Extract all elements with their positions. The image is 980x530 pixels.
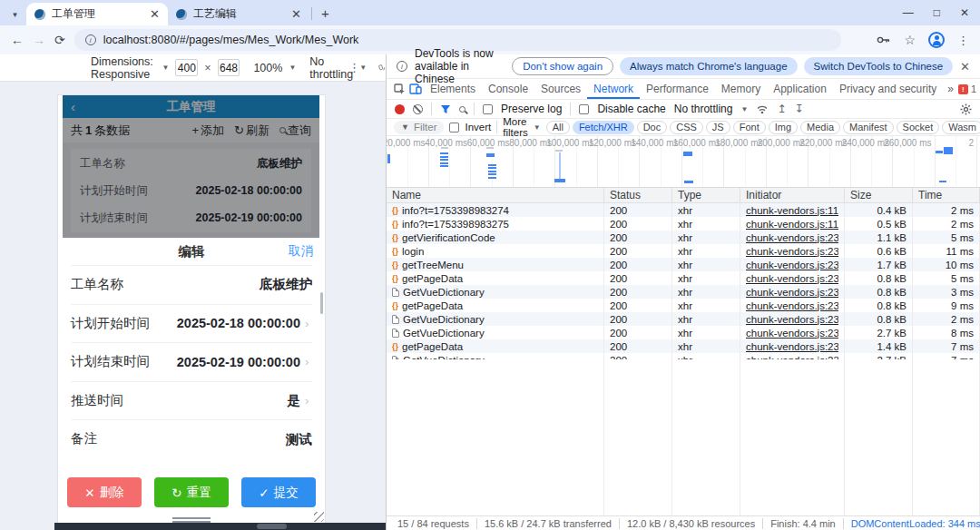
more-tabs-icon[interactable]: »	[943, 83, 958, 95]
rotate-device-icon[interactable]	[378, 62, 386, 74]
preserve-log-checkbox[interactable]	[483, 104, 493, 114]
site-info-icon[interactable]: i	[85, 34, 96, 45]
request-initiator-link[interactable]: chunk-vendors.js:23954	[746, 273, 838, 284]
delete-button[interactable]: ✕删除	[67, 477, 142, 507]
minimize-button[interactable]: —	[903, 6, 914, 19]
viewport-height-input[interactable]: 648	[218, 59, 240, 76]
network-overview-timeline[interactable]: 20,000 ms40,000 ms60,000 ms80,000 ms100,…	[387, 136, 980, 188]
column-header-type[interactable]: Type	[672, 188, 740, 202]
infobar-action-switch-devtools-to-chinese[interactable]: Switch DevTools to Chinese	[804, 57, 954, 75]
devtools-tab-application[interactable]: Application	[767, 79, 833, 99]
network-request-row[interactable]: GetVueDictionary200xhrchunk-vendors.js:2…	[387, 353, 980, 359]
request-initiator-link[interactable]: chunk-vendors.js:11858	[746, 219, 838, 230]
filter-pill-media[interactable]: Media	[800, 121, 840, 134]
network-settings-gear-icon[interactable]	[960, 103, 972, 115]
network-request-row[interactable]: {}info?t=1753398983274200xhrchunk-vendor…	[387, 203, 980, 217]
dimensions-select[interactable]: Dimensions: Responsive	[91, 55, 155, 81]
request-initiator-link[interactable]: chunk-vendors.js:23954	[746, 246, 838, 257]
refresh-button[interactable]: ↻刷新	[234, 123, 270, 139]
network-request-row[interactable]: GetVueDictionary200xhrchunk-vendors.js:2…	[387, 285, 980, 299]
tab-close-icon[interactable]: ✕	[291, 7, 301, 21]
device-toolbar-toggle-icon[interactable]	[407, 83, 424, 94]
network-conditions-icon[interactable]	[756, 104, 769, 114]
viewport-width-input[interactable]: 400	[175, 59, 198, 76]
network-request-row[interactable]: {}getPageData200xhrchunk-vendors.js:2395…	[387, 339, 980, 353]
request-initiator-link[interactable]: chunk-vendors.js:23954	[746, 260, 838, 270]
network-request-row[interactable]: {}getTreeMenu200xhrchunk-vendors.js:2395…	[387, 258, 980, 271]
filter-pill-wasm[interactable]: Wasm	[942, 121, 980, 134]
network-request-row[interactable]: {}getPageData200xhrchunk-vendors.js:2395…	[387, 299, 980, 312]
forward-icon[interactable]: →	[33, 33, 45, 47]
filter-pill-manifest[interactable]: Manifest	[843, 121, 894, 134]
network-throttling-select[interactable]: No throttling	[674, 103, 733, 115]
device-toolbar-menu-icon[interactable]: ⋮	[348, 61, 360, 74]
devtools-tab-performance[interactable]: Performance	[640, 79, 715, 99]
filter-toggle-icon[interactable]	[440, 104, 451, 114]
request-initiator-link[interactable]: chunk-vendors.js:23954	[746, 341, 838, 352]
zoom-select[interactable]: 100%	[253, 62, 282, 74]
browser-tab-inactive[interactable]: 工艺编辑 ✕	[168, 3, 309, 25]
network-request-row[interactable]: {}getVierificationCode200xhrchunk-vendor…	[387, 231, 980, 244]
filter-pill-css[interactable]: CSS	[670, 121, 703, 134]
devtools-tab-console[interactable]: Console	[482, 79, 534, 99]
reload-icon[interactable]: ⟳	[54, 33, 65, 47]
invert-checkbox[interactable]	[449, 123, 459, 132]
network-request-row[interactable]: GetVueDictionary200xhrchunk-vendors.js:2…	[387, 326, 980, 339]
import-har-icon[interactable]: ↥	[777, 103, 786, 115]
request-initiator-link[interactable]: chunk-vendors.js:23954	[746, 300, 838, 311]
inspect-element-icon[interactable]	[391, 83, 407, 95]
devtools-tab-privacy-and-security[interactable]: Privacy and security	[833, 79, 943, 99]
form-field-row[interactable]: 工单名称底板维护	[71, 265, 312, 304]
infobar-close-icon[interactable]: ✕	[960, 60, 970, 74]
infobar-action-don-t-show-again[interactable]: Don't show again	[512, 57, 613, 75]
column-header-name[interactable]: Name	[387, 188, 604, 202]
back-chevron-icon[interactable]: ‹	[71, 99, 75, 114]
reset-button[interactable]: ↻重置	[154, 477, 229, 507]
form-field-row[interactable]: 计划开始时间2025-02-18 00:00:00›	[71, 304, 312, 343]
tab-close-icon[interactable]: ✕	[150, 7, 160, 21]
devtools-tab-network[interactable]: Network	[587, 79, 640, 99]
filter-pill-js[interactable]: JS	[706, 121, 730, 134]
form-field-row[interactable]: 备注测试	[71, 419, 312, 458]
browser-tab-active[interactable]: 工单管理 ✕	[26, 3, 168, 25]
profile-avatar-icon[interactable]	[928, 32, 945, 48]
export-har-icon[interactable]: ↧	[794, 103, 803, 115]
cancel-button[interactable]: 取消	[289, 243, 313, 260]
filter-pill-font[interactable]: Font	[733, 121, 766, 134]
form-field-row[interactable]: 计划结束时间2025-02-19 00:00:00›	[71, 342, 312, 381]
window-close-button[interactable]: ✕	[960, 6, 969, 19]
more-filters-button[interactable]: More filters	[503, 116, 527, 138]
bookmark-star-icon[interactable]: ☆	[904, 33, 916, 47]
search-button[interactable]: 查询	[279, 123, 311, 139]
network-request-row[interactable]: {}login200xhrchunk-vendors.js:239540.6 k…	[387, 244, 980, 258]
request-initiator-link[interactable]: chunk-vendors.js:23954	[746, 287, 838, 298]
back-icon[interactable]: ←	[11, 33, 24, 47]
request-initiator-link[interactable]: chunk-vendors.js:23954	[746, 314, 838, 325]
maximize-button[interactable]: □	[934, 6, 940, 19]
network-request-row[interactable]: {}getPageData200xhrchunk-vendors.js:2395…	[387, 271, 980, 285]
clear-button[interactable]	[413, 104, 423, 114]
horizontal-scrollbar-thumb[interactable]	[257, 524, 287, 529]
throttling-select[interactable]: No throttling	[309, 55, 353, 81]
disable-cache-checkbox[interactable]	[579, 104, 589, 114]
submit-button[interactable]: ✓提交	[241, 477, 316, 507]
filter-pill-doc[interactable]: Doc	[637, 121, 668, 134]
infobar-action-always-match-chrome-s-language[interactable]: Always match Chrome's language	[620, 57, 798, 75]
search-icon[interactable]	[459, 106, 466, 113]
browser-menu-icon[interactable]: ⋮	[957, 34, 969, 47]
form-field-row[interactable]: 推送时间是›	[71, 381, 312, 420]
request-initiator-link[interactable]: chunk-vendors.js:23954	[746, 328, 838, 339]
filter-input[interactable]: ▼ Filter	[394, 121, 444, 134]
column-header-size[interactable]: Size	[845, 188, 913, 202]
column-header-status[interactable]: Status	[604, 188, 672, 202]
column-header-time[interactable]: Time	[913, 188, 980, 202]
password-key-icon[interactable]	[877, 35, 891, 44]
app-scrollbar[interactable]	[320, 292, 323, 314]
devtools-tab-sources[interactable]: Sources	[534, 79, 587, 99]
request-initiator-link[interactable]: chunk-vendors.js:11858	[746, 205, 838, 216]
record-button[interactable]	[395, 104, 405, 114]
filter-pill-img[interactable]: Img	[769, 121, 798, 134]
filter-pill-all[interactable]: All	[546, 121, 570, 134]
viewport-resize-grip[interactable]	[314, 512, 324, 522]
filter-pill-socket[interactable]: Socket	[897, 121, 940, 134]
